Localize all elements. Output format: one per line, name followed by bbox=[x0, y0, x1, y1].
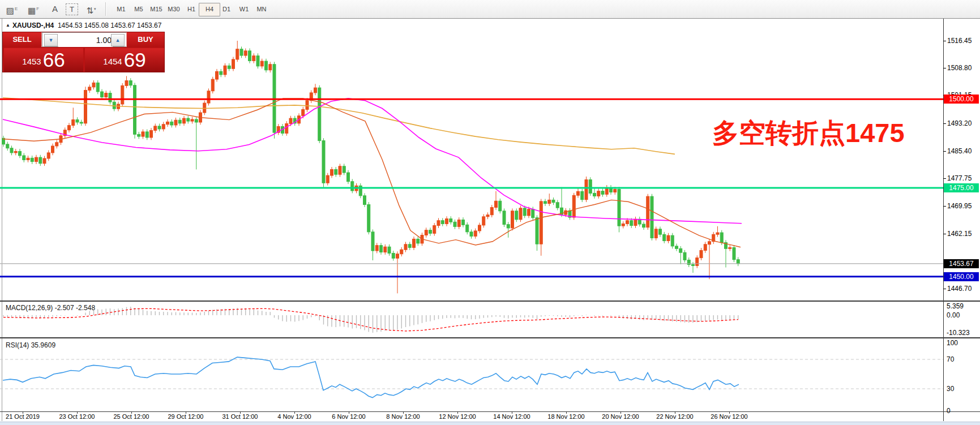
price-tick-label: 1462.15 bbox=[947, 230, 972, 238]
price-tick-mark bbox=[943, 234, 946, 234]
time-axis-label: 18 Nov 12:00 bbox=[547, 413, 584, 420]
time-axis-label: 4 Nov 12:00 bbox=[277, 413, 311, 420]
price-badge-1500.00: 1500.00 bbox=[944, 95, 979, 104]
price-badge-1450.00: 1450.00 bbox=[944, 272, 979, 281]
time-axis-label: 23 Oct 12:00 bbox=[59, 413, 95, 420]
time-axis-label: 8 Nov 12:00 bbox=[386, 413, 420, 420]
indicator-axis-label: -10.323 bbox=[947, 329, 970, 337]
volume-decrease-icon[interactable]: ▼ bbox=[44, 34, 58, 46]
sell-price-pips: 66 bbox=[43, 49, 65, 71]
candles-group bbox=[2, 41, 740, 293]
chart-annotation-text: 多空转折点1475 bbox=[712, 115, 905, 151]
indicator-axis-label: 70 bbox=[947, 355, 954, 363]
time-axis-label: 29 Oct 12:00 bbox=[168, 413, 204, 420]
price-tick-mark bbox=[943, 123, 946, 124]
indicator-axis-label: 0.00 bbox=[947, 311, 960, 319]
indicator-axis-label: 100 bbox=[947, 339, 958, 347]
price-tick-mark bbox=[943, 206, 946, 207]
indicator-axis-label: 0 bbox=[947, 407, 951, 415]
volume-increase-icon[interactable]: ▲ bbox=[111, 34, 125, 46]
price-tick-label: 1508.80 bbox=[947, 64, 972, 72]
sell-button[interactable]: SELL bbox=[3, 32, 42, 47]
time-axis-label: 31 Oct 12:00 bbox=[222, 413, 258, 420]
price-badge-1453.67: 1453.67 bbox=[944, 259, 979, 268]
price-tick-label: 1446.70 bbox=[947, 285, 972, 293]
buy-price-integer: 1454 bbox=[103, 57, 122, 66]
price-tick-label: 1485.40 bbox=[947, 147, 972, 155]
time-axis-label: 25 Oct 12:00 bbox=[114, 413, 149, 420]
buy-price[interactable]: 145469 bbox=[85, 48, 164, 72]
price-tick-mark bbox=[943, 289, 946, 289]
symbol-label: XAUUSD-,H4 bbox=[12, 22, 54, 29]
ma-slow-line bbox=[3, 98, 675, 154]
price-tick-label: 1477.75 bbox=[947, 174, 972, 182]
volume-box: ▼ ▲ bbox=[42, 32, 127, 47]
price-badge-1475.00: 1475.00 bbox=[944, 183, 979, 192]
time-axis-label: 6 Nov 12:00 bbox=[332, 413, 365, 420]
time-axis-label: 20 Nov 12:00 bbox=[602, 413, 639, 420]
volume-input[interactable] bbox=[58, 33, 113, 47]
sell-price-integer: 1453 bbox=[22, 57, 41, 66]
macd-signal-line bbox=[3, 308, 738, 331]
time-axis-label: 12 Nov 12:00 bbox=[439, 413, 476, 420]
time-axis-label: 22 Nov 12:00 bbox=[656, 413, 693, 420]
indicator-axis-label: 30 bbox=[947, 385, 954, 393]
chart-title: ▲XAUUSD-,H4 1454.53 1455.08 1453.67 1453… bbox=[6, 22, 161, 29]
price-tick-label: 1493.20 bbox=[947, 119, 972, 127]
one-click-trading-panel: SELL ▼ ▲ BUY 145366 145469 bbox=[2, 32, 165, 72]
macd-histogram bbox=[3, 307, 738, 333]
price-tick-mark bbox=[943, 41, 946, 41]
collapse-panel-icon[interactable]: ▲ bbox=[6, 23, 10, 28]
rsi-line bbox=[3, 357, 739, 398]
ma-mid-line bbox=[3, 98, 742, 224]
time-axis-label: 26 Nov 12:00 bbox=[711, 413, 747, 420]
time-axis-label: 14 Nov 12:00 bbox=[493, 413, 530, 420]
indicator-axis-label: 5.359 bbox=[947, 302, 964, 310]
price-tick-mark bbox=[943, 151, 946, 152]
buy-button[interactable]: BUY bbox=[126, 32, 164, 47]
rsi-indicator-label: RSI(14) 35.9609 bbox=[6, 341, 55, 349]
price-tick-label: 1516.45 bbox=[947, 37, 972, 45]
sell-price[interactable]: 145366 bbox=[4, 48, 83, 72]
price-tick-label: 1469.95 bbox=[947, 202, 972, 210]
price-tick-mark bbox=[943, 68, 946, 68]
ohlc-values: 1454.53 1455.08 1453.67 1453.67 bbox=[58, 22, 162, 29]
time-axis-label: 21 Oct 2019 bbox=[6, 413, 40, 420]
macd-indicator-label: MACD(12,26,9) -2.507 -2.548 bbox=[6, 304, 95, 312]
price-tick-mark bbox=[943, 178, 946, 179]
buy-price-pips: 69 bbox=[124, 49, 146, 71]
